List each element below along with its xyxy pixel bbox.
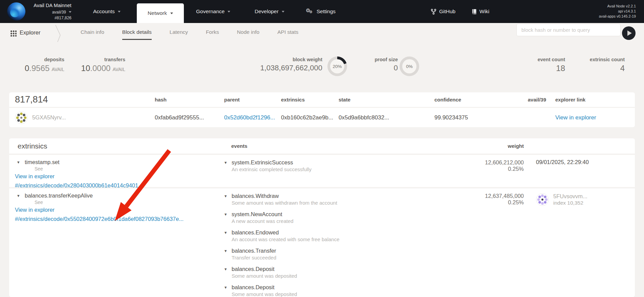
expand-toggle-icon[interactable]: ▾ <box>224 230 228 235</box>
event-item: ▾ balances.Withdraw Some amount was with… <box>224 192 465 206</box>
block-author-address[interactable]: 5GXA5Nyrv... <box>32 114 66 121</box>
signer-identicon <box>536 193 549 206</box>
col-weight: weight <box>465 143 524 149</box>
top-navbar: Avail DA Mainnet avail/39 #817,826 Accou… <box>0 0 644 23</box>
event-item: ▾ system.ExtrinsicSuccess An extrinsic c… <box>224 159 465 173</box>
proof-size-gauge: 0% <box>400 56 419 76</box>
stat-proof-size: proof size 0 <box>375 57 398 72</box>
col-explorer-link: explorer link <box>546 97 635 102</box>
event-description: Some amount was withdrawn from the accou… <box>232 200 337 206</box>
extrinsic-method: balances.transferKeepAlive <box>25 192 93 199</box>
block-query-input[interactable] <box>516 24 621 36</box>
view-in-explorer-link[interactable]: View in explorer <box>15 207 55 213</box>
signer-index: index 10,352 <box>553 200 587 206</box>
event-name: balances.Withdraw <box>232 192 337 199</box>
extrinsic-weight-ratio: 0.25% <box>465 166 524 172</box>
event-description: An account was created with some free ba… <box>232 236 340 243</box>
stat-transfers: transfers 10.0000AVAIL <box>81 57 125 73</box>
event-description: Transfer succeeded <box>232 255 276 261</box>
col-confidence: confidence <box>434 97 512 102</box>
book-icon <box>472 9 477 15</box>
expand-toggle-icon[interactable]: ▾ <box>224 212 228 217</box>
event-name: system.ExtrinsicSuccess <box>232 159 312 166</box>
extrinsic-weight: 12,606,212,000 <box>465 159 524 166</box>
signer-address[interactable]: 5FUvsovvm... <box>553 193 587 200</box>
expand-toggle-icon[interactable]: ▾ <box>224 249 228 253</box>
event-item: ▾ balances.Transfer Transfer succeeded <box>224 247 465 261</box>
see-label: See <box>35 200 224 205</box>
block-timestamp: 09/01/2025, 22:29:40 <box>536 159 635 165</box>
stat-extrinsic-count: extrinsic count 4 <box>590 57 625 73</box>
decode-link[interactable]: #/extrinsics/decode/0x55028400972e6b0f1d… <box>15 216 184 222</box>
query-submit-button[interactable] <box>622 26 636 40</box>
event-item: ▾ balances.Deposit Some amount was depos… <box>224 284 465 297</box>
block-table-header: 817,814 hash parent extrinsics state con… <box>9 92 635 107</box>
explorer-tabs: Chain info Block details Latency Forks N… <box>81 29 298 40</box>
tab-chain-info[interactable]: Chain info <box>81 29 104 40</box>
event-name: balances.Deposit <box>232 266 297 272</box>
col-hash: hash <box>155 97 224 102</box>
chain-spec-label: avail/39 <box>52 10 66 14</box>
expand-toggle-icon[interactable]: ▾ <box>17 160 21 165</box>
chevron-down-icon <box>170 13 173 14</box>
author-identicon <box>15 111 28 124</box>
apps-grid-icon[interactable] <box>10 30 17 37</box>
menu-governance[interactable]: Governance <box>196 0 230 23</box>
expand-toggle-icon[interactable]: ▾ <box>224 194 228 199</box>
api-version: api v14.3.1 <box>599 9 636 14</box>
best-block-number: #817,826 <box>30 16 71 20</box>
extrinsic-method: timestamp.set <box>25 159 60 165</box>
menu-settings[interactable]: ⚙⚙ Settings <box>306 0 336 23</box>
block-table-row: 5GXA5Nyrv... 0xfab6ad9f29555... 0x52d60b… <box>9 108 635 127</box>
menu-network-active[interactable]: Network <box>137 3 184 23</box>
expand-toggle-icon[interactable]: ▾ <box>224 267 228 272</box>
tab-forks[interactable]: Forks <box>206 29 219 40</box>
block-weight-gauge: 20% <box>327 56 347 76</box>
block-number: 817,814 <box>9 94 155 105</box>
event-description: A new account was created <box>232 218 294 224</box>
col-extrinsics: extrinsics <box>281 97 339 102</box>
view-in-explorer-link[interactable]: View in explorer <box>555 114 596 121</box>
tab-block-details[interactable]: Block details <box>122 29 152 40</box>
github-link[interactable]: GitHub <box>431 0 455 23</box>
play-icon <box>627 30 632 36</box>
app-title: Explorer <box>20 29 40 36</box>
event-item: ▾ system.NewAccount A new account was cr… <box>224 211 465 224</box>
block-hash: 0xfab6ad9f29555... <box>155 114 224 121</box>
view-in-explorer-link[interactable]: View in explorer <box>15 173 55 179</box>
node-version: Avail Node v2.2.1 <box>599 4 636 9</box>
expand-toggle-icon[interactable]: ▾ <box>224 160 228 165</box>
stat-event-count: event count 18 <box>538 57 565 73</box>
expand-toggle-icon[interactable]: ▾ <box>224 285 228 290</box>
parent-hash-link[interactable]: 0x52d60bd2f1296... <box>224 114 281 121</box>
gear-icon: ⚙⚙ <box>306 8 314 15</box>
menu-developer[interactable]: Developer <box>255 0 284 23</box>
event-item: ▾ balances.Deposit Some amount was depos… <box>224 266 465 279</box>
chain-brand[interactable]: Avail DA Mainnet avail/39 #817,826 <box>30 3 71 20</box>
extrinsic-weight-ratio: 0.25% <box>465 199 524 206</box>
event-description: Some amount was deposited <box>232 273 297 279</box>
tab-api-stats[interactable]: API stats <box>277 29 298 40</box>
event-name: balances.Transfer <box>232 247 276 254</box>
event-description: Some amount was deposited <box>232 291 297 297</box>
breadcrumb-separator <box>55 24 62 44</box>
stat-deposits: deposits 0.9565AVAIL <box>25 57 64 73</box>
decode-link[interactable]: #/extrinsics/decode/0x280403000b61e4014c… <box>15 182 138 188</box>
wiki-link[interactable]: Wiki <box>472 0 489 23</box>
expand-toggle-icon[interactable]: ▾ <box>17 193 21 198</box>
extrinsics-root: 0xb160c62b2ae9b... <box>281 114 339 121</box>
menu-accounts[interactable]: Accounts <box>93 0 121 23</box>
extrinsic-weight: 12,637,485,000 <box>465 192 524 199</box>
event-name: balances.Endowed <box>232 229 340 236</box>
apps-version: avail-apps v0.145.2-19 <box>599 14 636 19</box>
tab-node-info[interactable]: Node info <box>237 29 259 40</box>
see-label: See <box>35 166 224 172</box>
chevron-down-icon <box>282 11 284 13</box>
git-fork-icon <box>431 9 436 15</box>
chevron-down-icon <box>118 11 121 13</box>
version-info: Avail Node v2.2.1 api v14.3.1 avail-apps… <box>599 4 636 19</box>
chevron-down-icon <box>69 11 71 13</box>
tab-latency[interactable]: Latency <box>170 29 188 40</box>
state-root: 0x5d9a6bbfc8032... <box>339 114 434 121</box>
extrinsics-title: extrinsics <box>9 142 224 150</box>
